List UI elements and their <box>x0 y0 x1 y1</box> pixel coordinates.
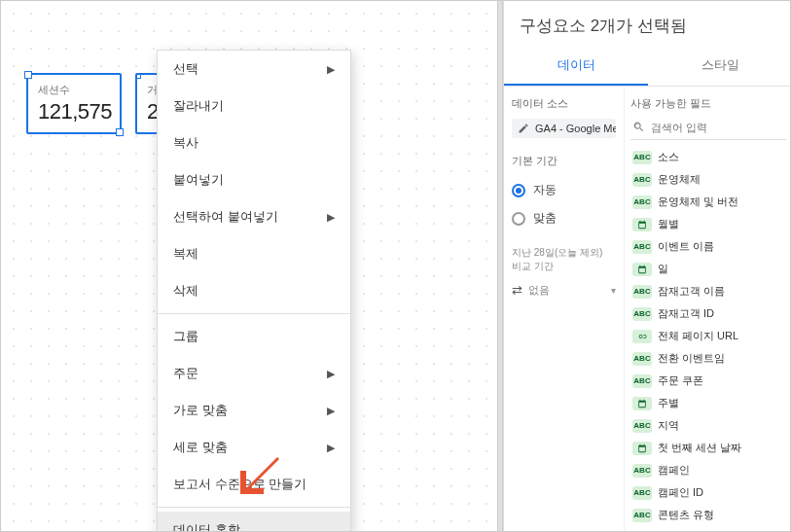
menu-item[interactable]: 복제 <box>158 235 350 272</box>
data-source-chip[interactable]: GA4 - Google Mer... <box>512 119 616 138</box>
field-label: 일 <box>658 262 668 276</box>
menu-item[interactable]: 세로 맞춤▶ <box>158 429 350 466</box>
field-item[interactable]: ABC전환 이벤트임 <box>630 347 786 370</box>
field-label: 첫 번째 세션 날짜 <box>658 441 741 455</box>
field-item[interactable]: 첫 번째 세션 날짜 <box>630 437 786 459</box>
search-icon <box>632 121 645 133</box>
menu-item[interactable]: 주문▶ <box>158 355 350 392</box>
field-label: 콘텐츠 ID <box>658 530 703 531</box>
tab-style[interactable]: 스타일 <box>648 47 791 86</box>
field-label: 콘텐츠 유형 <box>658 508 714 522</box>
tab-data[interactable]: 데이터 <box>504 47 648 86</box>
menu-item-label: 가로 맞춤 <box>173 402 228 419</box>
period-auto-radio[interactable]: 자동 <box>512 176 616 204</box>
field-item[interactable]: ABC운영체제 <box>630 168 786 191</box>
chevron-right-icon: ▶ <box>327 405 335 417</box>
field-label: 전체 페이지 URL <box>658 329 738 343</box>
menu-item-label: 복사 <box>173 134 198 152</box>
field-label: 전환 이벤트임 <box>658 351 725 366</box>
menu-divider <box>158 507 350 508</box>
field-item[interactable]: 주별 <box>630 392 786 414</box>
chevron-right-icon: ▶ <box>327 368 335 380</box>
menu-item[interactable]: 잘라내기 <box>158 88 350 124</box>
field-label: 주문 쿠폰 <box>658 373 703 388</box>
menu-item[interactable]: 가로 맞춤▶ <box>158 392 350 429</box>
field-search-input[interactable] <box>651 122 784 133</box>
field-label: 캠페인 ID <box>658 485 703 500</box>
field-item[interactable]: 일 <box>630 258 786 280</box>
period-note: 지난 28일(오늘 제외) 비교 기간 <box>512 246 616 273</box>
field-item[interactable]: ABC캠페인 <box>630 459 786 481</box>
menu-item[interactable]: 삭제 <box>158 272 350 309</box>
menu-item[interactable]: 데이터 혼합 <box>158 512 350 532</box>
scorecard-value: 121,575 <box>38 99 110 124</box>
field-item[interactable]: ABC주문 쿠폰 <box>630 370 786 392</box>
field-label: 잠재고객 이름 <box>658 284 725 299</box>
menu-item[interactable]: 붙여넣기 <box>158 161 350 198</box>
menu-item-label: 삭제 <box>173 282 198 300</box>
chevron-down-icon: ▾ <box>611 285 616 296</box>
field-label: 월별 <box>658 217 679 231</box>
context-menu[interactable]: 선택▶잘라내기복사붙여넣기선택하여 붙여넣기▶복제삭제그룹주문▶가로 맞춤▶세로… <box>157 50 351 532</box>
menu-item-label: 주문 <box>173 365 198 382</box>
field-item[interactable]: ABC잠재고객 이름 <box>630 280 786 302</box>
field-label: 잠재고객 ID <box>658 306 714 321</box>
field-item[interactable]: 전체 페이지 URL <box>630 325 786 347</box>
menu-item-label: 데이터 혼합 <box>173 521 240 532</box>
field-item[interactable]: ABC캠페인 ID <box>630 481 786 504</box>
field-label: 운영체제 <box>658 172 701 187</box>
properties-panel: 구성요소 2개가 선택됨 데이터 스타일 데이터 소스 GA4 - Google… <box>503 1 791 532</box>
menu-item-label: 붙여넣기 <box>173 171 224 189</box>
available-fields-label: 사용 가능한 필드 <box>630 96 786 111</box>
menu-item-label: 선택 <box>173 60 198 78</box>
menu-item[interactable]: 복사 <box>158 124 350 161</box>
available-fields-column: 사용 가능한 필드 ABC소스ABC운영체제ABC운영체제 및 버전월별ABC이… <box>625 87 791 531</box>
field-item[interactable]: ABC소스 <box>630 146 786 168</box>
chevron-right-icon: ▶ <box>327 211 335 224</box>
panel-title: 구성요소 2개가 선택됨 <box>504 1 791 47</box>
field-label: 운영체제 및 버전 <box>658 195 738 209</box>
field-item[interactable]: ABC지역 <box>630 414 786 437</box>
default-period-label: 기본 기간 <box>512 154 616 168</box>
radio-unchecked-icon <box>512 212 525 226</box>
menu-item-label: 잘라내기 <box>173 97 224 115</box>
menu-item-label: 복제 <box>173 245 198 263</box>
menu-divider <box>158 313 350 314</box>
panel-tabs: 데이터 스타일 <box>504 47 791 87</box>
chevron-right-icon: ▶ <box>327 442 335 454</box>
field-label: 캠페인 <box>658 463 690 478</box>
menu-item[interactable]: 보고서 수준으로 만들기 <box>158 466 350 503</box>
field-label: 이벤트 이름 <box>658 239 714 254</box>
field-item[interactable]: 월별 <box>630 213 786 235</box>
field-label: 소스 <box>658 150 679 164</box>
menu-item-label: 선택하여 붙여넣기 <box>173 208 278 226</box>
field-label: 주별 <box>658 396 679 410</box>
pencil-icon <box>518 123 529 134</box>
menu-item[interactable]: 그룹 <box>158 318 350 355</box>
scorecard-label: 세션수 <box>38 83 110 97</box>
field-label: 지역 <box>658 418 679 433</box>
data-settings-column: 데이터 소스 GA4 - Google Mer... 기본 기간 자동 맞춤 지… <box>504 87 625 531</box>
menu-item-label: 세로 맞춤 <box>173 439 228 456</box>
chevron-right-icon: ▶ <box>327 63 335 76</box>
field-item[interactable]: ABC콘텐츠 ID <box>630 526 786 531</box>
field-item[interactable]: ABC운영체제 및 버전 <box>630 191 786 213</box>
data-source-label: 데이터 소스 <box>512 96 616 111</box>
menu-item-label: 그룹 <box>173 328 198 345</box>
menu-item-label: 보고서 수준으로 만들기 <box>173 476 306 493</box>
field-item[interactable]: ABC콘텐츠 유형 <box>630 504 786 526</box>
period-custom-radio[interactable]: 맞춤 <box>512 204 616 232</box>
field-item[interactable]: ABC이벤트 이름 <box>630 235 786 258</box>
radio-checked-icon <box>512 184 525 197</box>
field-search[interactable] <box>630 119 786 140</box>
data-source-name: GA4 - Google Mer... <box>535 123 616 134</box>
field-item[interactable]: ABC잠재고객 ID <box>630 302 786 325</box>
menu-item[interactable]: 선택▶ <box>158 51 350 88</box>
compare-period-dropdown[interactable]: ⇄ 없음 ▾ <box>512 283 616 298</box>
menu-item[interactable]: 선택하여 붙여넣기▶ <box>158 198 350 235</box>
scorecard-sessions[interactable]: 세션수 121,575 <box>26 73 122 134</box>
